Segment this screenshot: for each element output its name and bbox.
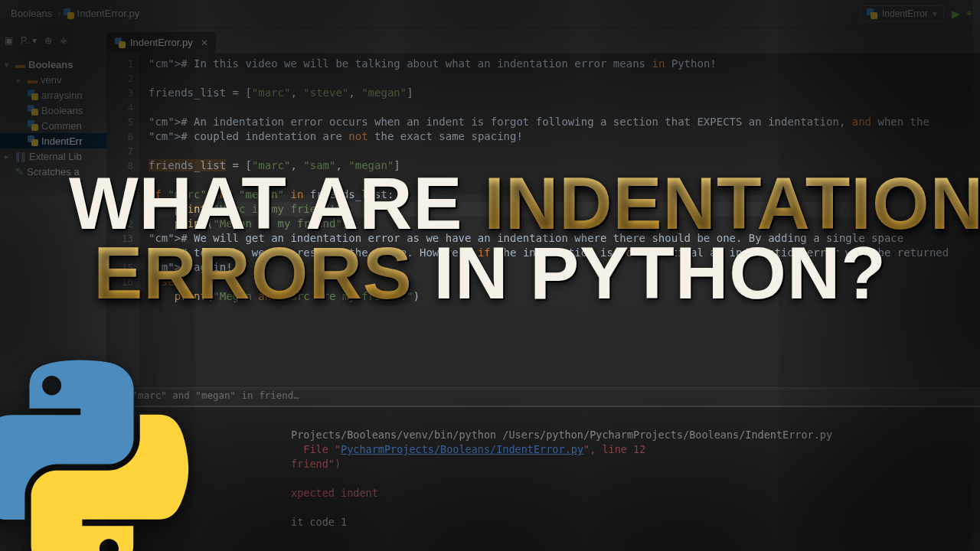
python-logo bbox=[0, 360, 191, 551]
run-button[interactable]: ▶ bbox=[952, 8, 960, 20]
console-snippet: friend") bbox=[291, 458, 341, 470]
tree-item[interactable]: Booleans bbox=[0, 103, 106, 118]
video-title-overlay: WHAT ARE INDENTATION ERRORS IN PYTHON? bbox=[69, 168, 911, 308]
tree-item[interactable]: ▸∥∥External Lib bbox=[0, 148, 106, 164]
project-view-icon[interactable]: ▣ bbox=[5, 35, 13, 46]
chevron-down-icon: ▾ bbox=[32, 35, 37, 46]
console-command: Projects/Booleans/venv/bin/python /Users… bbox=[291, 429, 832, 441]
run-config-selector[interactable]: IndentError ▾ bbox=[860, 5, 944, 22]
collapse-icon[interactable]: ≑ bbox=[60, 35, 67, 46]
breadcrumb-file[interactable]: IndentError.py bbox=[74, 8, 143, 19]
target-icon[interactable]: ⊕ bbox=[44, 35, 52, 46]
console-error-message: xpected indent bbox=[291, 487, 378, 499]
tree-item[interactable]: Commen bbox=[0, 118, 106, 133]
run-tool-window[interactable]: Projects/Booleans/venv/bin/python /Users… bbox=[107, 406, 980, 551]
editor-tab-bar: IndentError.py ✕ bbox=[107, 28, 980, 54]
project-dropdown[interactable]: P.. ▾ bbox=[21, 35, 37, 46]
python-file-icon bbox=[867, 8, 877, 19]
project-dropdown-label: P.. bbox=[21, 35, 31, 46]
title-word-highlight: ERRORS bbox=[93, 232, 413, 314]
close-tab-icon[interactable]: ✕ bbox=[201, 37, 208, 48]
python-file-icon bbox=[64, 8, 74, 19]
tree-item[interactable]: ▸▬venv bbox=[0, 72, 106, 87]
run-config-label: IndentError bbox=[882, 8, 928, 19]
tree-item[interactable]: IndentErr bbox=[0, 133, 106, 148]
nav-breadcrumb-bar: Booleans › IndentError.py IndentError ▾ … bbox=[0, 0, 980, 28]
console-exit: it code 1 bbox=[291, 516, 347, 528]
console-file-link[interactable]: PycharmProjects/Booleans/IndentError.py bbox=[341, 443, 583, 455]
chevron-down-icon: ▾ bbox=[933, 8, 937, 19]
breadcrumb-project[interactable]: Booleans bbox=[8, 8, 55, 19]
project-toolbar: ▣ P.. ▾ ⊕ ≑ bbox=[0, 28, 106, 54]
title-word: IN PYTHON? bbox=[413, 232, 887, 314]
console-error-line: File "PycharmProjects/Booleans/IndentErr… bbox=[291, 443, 645, 455]
debug-button[interactable]: ⌖ bbox=[966, 7, 972, 20]
editor-tab[interactable]: IndentError.py ✕ bbox=[107, 32, 216, 53]
python-file-icon bbox=[115, 37, 126, 48]
tab-filename: IndentError.py bbox=[130, 37, 193, 48]
tree-item[interactable]: arraysinn bbox=[0, 87, 106, 103]
breadcrumb-sep: › bbox=[55, 8, 63, 19]
editor-breadcrumb[interactable]: if "marc" and "megan" in friend… bbox=[107, 386, 980, 406]
tree-item[interactable]: ▾▬Booleans bbox=[0, 57, 106, 72]
title-word-highlight: INDENTATION bbox=[484, 162, 980, 244]
